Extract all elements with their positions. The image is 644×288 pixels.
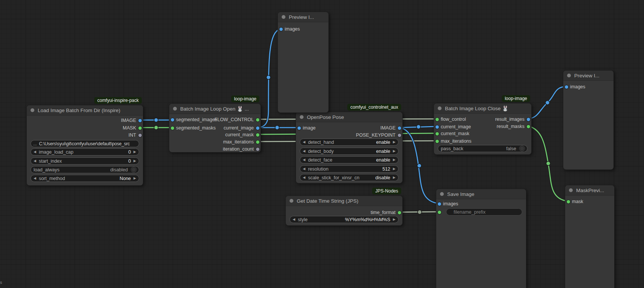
output-port-image[interactable] [138,119,142,122]
output-port-int[interactable] [138,134,142,137]
input-port[interactable] [435,140,439,143]
widget-detect-body[interactable]: ◀ detect_body enable ▶ [300,148,399,155]
arrow-right-icon[interactable]: ▶ [393,176,396,179]
widget-detect-hand[interactable]: ◀ detect_hand enable ▶ [300,139,399,146]
slot-label: FLOW_CONTROL [169,116,261,123]
toggle-knob[interactable] [131,167,136,172]
arrow-right-icon[interactable]: ▶ [393,218,396,221]
output-port[interactable] [527,125,530,128]
input-port[interactable] [435,132,439,136]
collapse-dot-icon[interactable] [290,199,293,203]
link-midpoint-dot [546,162,550,166]
widget-value: enable [376,149,391,154]
output-port[interactable] [256,118,259,122]
input-port[interactable] [438,202,441,206]
node-title-bar[interactable]: Preview I... [563,71,613,81]
widget-label: style [298,217,308,222]
input-port[interactable] [279,28,283,31]
node-pack-badge: comfyui-inspire-pack [94,97,142,104]
input-port[interactable] [567,200,570,203]
slot-label: result_masks [434,123,531,130]
toggle-knob[interactable] [520,146,524,151]
node-title-bar[interactable]: Load Image Batch From Dir (Inspire) [27,105,143,116]
widget-sort-method[interactable]: ◀ sort_method None ▶ [31,175,139,182]
collapse-dot-icon[interactable] [438,106,442,110]
output-port[interactable] [398,134,401,137]
arrow-right-icon[interactable]: ▶ [133,150,136,154]
arrow-right-icon[interactable]: ▶ [133,159,136,163]
arrow-left-icon[interactable]: ◀ [293,218,295,221]
widget-placeholder: filename_prefix [449,209,486,215]
arrow-left-icon[interactable]: ◀ [303,140,305,144]
input-port[interactable] [438,211,441,214]
node-openpose-pose[interactable]: comfyui_controlnet_aux OpenPose Pose ima… [296,112,403,183]
output-port[interactable] [398,126,401,130]
collapse-dot-icon[interactable] [282,15,285,19]
arrow-left-icon[interactable]: ◀ [34,159,36,163]
widget-label: scale_stick_for_xinsr_cn [308,175,359,180]
collapse-dot-icon[interactable] [567,74,571,77]
widget-value: 512 [382,166,390,172]
node-mask-preview[interactable]: MaskPrevi... mask [565,185,615,288]
widget-scale-stick-for-xinsr-cn[interactable]: ◀ scale_stick_for_xinsr_cn disable ▶ [300,174,399,181]
output-port[interactable] [256,133,259,137]
node-title-bar[interactable]: Save Image [436,189,526,199]
widget-filename-prefix[interactable]: filename_prefix [446,208,522,216]
arrow-left-icon[interactable]: ◀ [303,149,305,153]
arrow-right-icon[interactable]: ▶ [393,149,396,153]
collapse-dot-icon[interactable] [173,107,177,111]
node-title-bar[interactable]: Get Date Time String (JPS) [286,196,402,206]
output-port[interactable] [256,140,259,144]
output-port[interactable] [527,118,530,121]
widget-pass-back[interactable]: pass_back false [438,145,527,152]
collapse-dot-icon[interactable] [300,115,304,119]
node-batch-image-loop-close[interactable]: loop-image Batch Image Loop Close 🐰 flow… [434,103,532,155]
arrow-left-icon[interactable]: ◀ [303,158,305,162]
widget-label: detect_hand [308,140,334,145]
arrow-left-icon[interactable]: ◀ [303,167,305,171]
node-title-bar[interactable]: MaskPrevi... [565,185,614,196]
arrow-right-icon[interactable]: ▶ [393,167,396,171]
collapse-dot-icon[interactable] [569,188,573,192]
collapse-dot-icon[interactable] [31,108,34,112]
widget-label: start_index [39,159,62,164]
arrow-left-icon[interactable]: ◀ [34,150,36,154]
output-port[interactable] [256,126,259,130]
slot-label: result_images [434,116,531,123]
arrow-right-icon[interactable]: ▶ [133,177,136,180]
widget-image-load-cap[interactable]: ◀ image_load_cap 0 ▶ [31,148,139,156]
node-title-bar[interactable]: OpenPose Pose [296,112,402,122]
node-preview-image-top[interactable]: Preview I... images [278,12,329,113]
widget-style[interactable]: ◀ style %Y%m%d%H%M%S ▶ [290,216,399,223]
output-port[interactable] [398,211,401,214]
output-slot-mask: MASK [27,125,143,131]
node-title-bar[interactable]: Batch Image Loop Close 🐰 [434,103,531,114]
link-midpoint-dot [267,75,271,80]
node-preview-image-right[interactable]: Preview I... images [563,70,614,170]
slot-label: time_format [286,209,402,216]
widget-detect-face[interactable]: ◀ detect_face enable ▶ [300,156,399,163]
comfyui-canvas[interactable]: { "colors": { "canvas_bg": "#232323", "n… [0,0,644,288]
node-title-bar[interactable]: Preview I... [278,12,328,22]
output-port[interactable] [256,148,259,151]
slot-label: IMAGE [27,117,143,124]
output-slot-flow-control: FLOW_CONTROL [169,116,261,123]
node-batch-image-loop-open[interactable]: loop-image Batch Image Loop Open 🐰 ... s… [169,103,261,152]
widget-directory-path[interactable]: ... C:\Users\syui\git\comfyui\user\defau… [31,140,139,147]
widget-start-index[interactable]: ◀ start_index 0 ▶ [31,157,139,165]
widget-load-always[interactable]: load_always disabled [31,166,139,173]
arrow-left-icon[interactable]: ◀ [34,177,36,180]
input-port[interactable] [565,85,568,89]
node-save-image[interactable]: Save Image images filename_prefix [436,189,526,288]
widget-label: detect_face [308,157,333,163]
arrow-left-icon[interactable]: ◀ [303,176,305,179]
node-load-image-batch[interactable]: comfyui-inspire-pack Load Image Batch Fr… [26,105,143,186]
collapse-dot-icon[interactable] [440,192,444,196]
node-title-bar[interactable]: Batch Image Loop Open 🐰 ... [169,104,261,114]
arrow-right-icon[interactable]: ▶ [393,158,396,162]
arrow-right-icon[interactable]: ▶ [393,140,396,144]
widget-resolution[interactable]: ◀ resolution 512 ▶ [300,165,399,172]
ellipsis-prefix: ... [33,141,37,146]
output-port-mask[interactable] [138,126,142,130]
node-get-date-time-string[interactable]: JPS-Nodes Get Date Time String (JPS) tim… [285,196,403,226]
